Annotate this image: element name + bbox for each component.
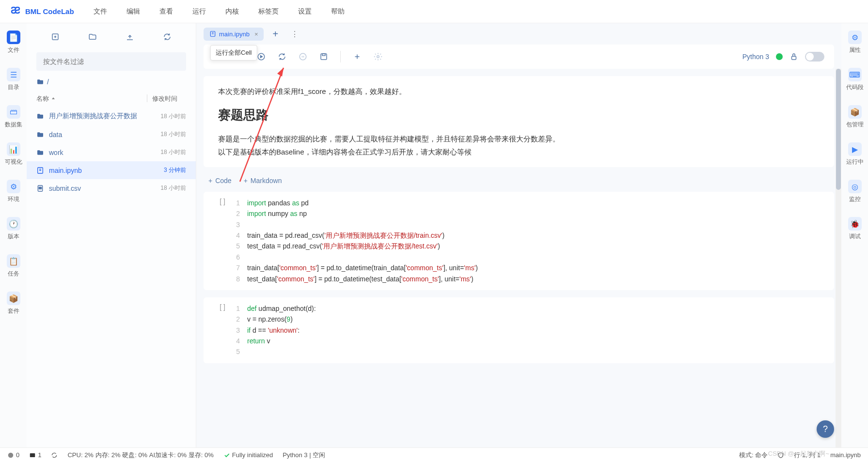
rail-代码段[interactable]: ⌨代码段 [846,68,864,92]
rail-可视化[interactable]: 📊可视化 [5,142,22,166]
menu-帮助[interactable]: 帮助 [331,7,345,16]
svg-rect-11 [792,56,796,60]
file-row[interactable]: main.ipynb3 分钟前 [27,161,196,179]
tab-bar: main.ipynb × 运行全部Cell + ⋮ [196,23,841,45]
tab-main-ipynb[interactable]: main.ipynb × 运行全部Cell [204,28,264,41]
left-sidebar: 📄文件☰目录🗃数据集📊可视化⚙环境🕐版本📋任务📦套件 [0,23,27,447]
right-sidebar: ⚙属性⌨代码段📦包管理▶运行中◎监控🐞调试 [841,23,868,447]
rail-环境[interactable]: ⚙环境 [7,180,20,203]
menu-编辑[interactable]: 编辑 [126,7,140,16]
code-cell-1[interactable]: [ ] 1import pandas as pd2import numpy as… [204,192,834,290]
rail-监控[interactable]: ◎监控 [848,180,862,203]
folder-icon [36,131,44,139]
scrollbar[interactable] [836,69,841,447]
rail-套件[interactable]: 📦套件 [7,292,20,315]
upload-icon[interactable] [126,32,134,41]
file-row[interactable]: work18 小时前 [27,143,196,161]
notebook-area: main.ipynb × 运行全部Cell + ⋮ Python 3 [196,23,841,447]
menu-设置[interactable]: 设置 [298,7,312,16]
cell-prompt: [ ] [211,303,225,357]
cell-prompt: [ ] [211,198,225,284]
current-file[interactable]: main.ipynb [830,451,861,459]
svg-rect-15 [30,453,35,457]
breadcrumb[interactable]: / [27,76,196,91]
status-count-0[interactable]: 0 [7,451,19,459]
help-button[interactable]: ? [817,420,834,438]
add-cell-icon[interactable] [353,52,362,61]
restart-run-icon[interactable] [257,52,266,61]
rail-运行中[interactable]: ▶运行中 [846,142,864,166]
sort-asc-icon[interactable] [51,96,56,101]
shield-icon [777,452,784,459]
add-markdown-button[interactable]: + Markdown [244,177,282,185]
rail-文件[interactable]: 📄文件 [7,31,20,54]
save-icon[interactable] [319,52,328,61]
folder-icon [36,149,44,156]
notebook-icon [209,31,216,37]
markdown-cell[interactable]: 本次竞赛的评价标准采用f1_score，分数越高，效果越好。 赛题思路 赛题是一… [204,76,834,167]
settings-icon[interactable] [374,52,382,61]
code-cell-2[interactable]: [ ] 1def udmap_onethot(d):2 v = np.zeros… [204,297,834,363]
new-folder-icon[interactable] [88,32,97,41]
kernel-name[interactable]: Python 3 [742,53,769,61]
notebook-toolbar: Python 3 [204,45,834,69]
lock-icon[interactable] [789,52,798,61]
folder-icon [36,78,44,86]
app-logo[interactable]: BML CodeLab [10,6,74,17]
heading-topic: 赛题思路 [218,104,820,126]
kernel-status[interactable]: Python 3 | 空闲 [283,451,325,460]
init-status[interactable]: Fully initialized [223,451,273,459]
rail-包管理[interactable]: 📦包管理 [846,105,864,129]
editor-mode[interactable]: 模式: 命令 [739,451,768,460]
add-tab-button[interactable]: + [268,29,282,40]
rail-属性[interactable]: ⚙属性 [848,31,862,54]
refresh-icon[interactable] [163,32,172,41]
interrupt-icon[interactable] [299,52,307,61]
col-time-header[interactable]: 修改时间 [152,94,186,103]
rail-版本[interactable]: 🕐版本 [7,217,20,241]
file-filter-input[interactable] [36,52,186,71]
close-icon[interactable]: × [254,31,258,38]
new-file-icon[interactable] [51,32,60,41]
svg-rect-8 [321,54,327,60]
add-code-button[interactable]: + Code [208,177,232,185]
menu-内核[interactable]: 内核 [225,7,239,16]
status-terminal-count[interactable]: 1 [29,451,41,459]
menu-标签页[interactable]: 标签页 [258,7,279,16]
svg-point-7 [300,53,306,60]
svg-point-14 [8,452,14,458]
folder-icon [36,112,44,120]
svg-rect-3 [39,187,41,187]
menu-查看[interactable]: 查看 [159,7,173,16]
rail-任务[interactable]: 📋任务 [7,254,20,278]
status-sync-icon[interactable] [51,452,58,459]
resource-usage[interactable]: CPU: 2% 内存: 2% 硬盘: 0% AI加速卡: 0% 显存: 0% [67,451,213,460]
col-name-header[interactable]: 名称 [36,94,49,103]
menu-文件[interactable]: 文件 [94,7,107,16]
tab-menu-icon[interactable]: ⋮ [287,30,302,39]
mode-toggle[interactable] [805,52,824,62]
kernel-status-dot [776,53,783,60]
app-name: BML CodeLab [25,7,74,15]
logo-icon [10,6,21,17]
ipynb-icon [36,167,44,174]
file-row[interactable]: data18 小时前 [27,125,196,143]
file-row[interactable]: submit.csv18 小时前 [27,179,196,197]
file-row[interactable]: 用户新增预测挑战赛公开数据18 小时前 [27,107,196,125]
top-menu-bar: BML CodeLab 文件编辑查看运行内核标签页设置帮助 [0,0,868,23]
file-toolbar [27,23,196,50]
svg-point-10 [377,56,379,58]
file-panel: / 名称 修改时间 用户新增预测挑战赛公开数据18 小时前data18 小时前w… [27,23,196,447]
menu-运行[interactable]: 运行 [192,7,206,16]
cursor-position[interactable]: 行 1, 列 1 [794,451,821,460]
rail-调试[interactable]: 🐞调试 [848,217,862,241]
file-icon [36,185,44,192]
restart-icon[interactable] [278,52,286,61]
svg-rect-9 [322,54,325,56]
rail-数据集[interactable]: 🗃数据集 [5,105,22,129]
rail-目录[interactable]: ☰目录 [7,68,20,92]
run-all-tooltip: 运行全部Cell [210,45,257,61]
status-bar: 0 1 CPU: 2% 内存: 2% 硬盘: 0% AI加速卡: 0% 显存: … [0,447,868,462]
svg-rect-4 [39,188,41,189]
